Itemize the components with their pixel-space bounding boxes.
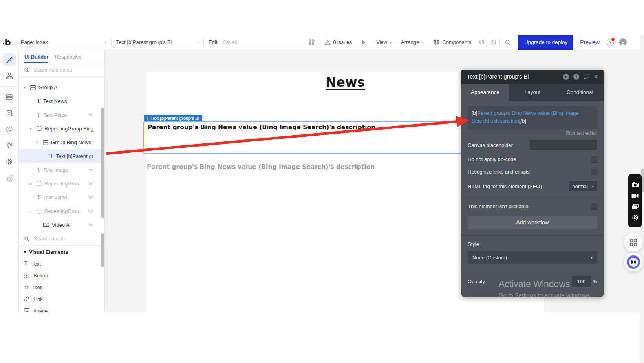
caret-down-icon[interactable]: ▾ bbox=[36, 140, 40, 145]
user-avatar[interactable] bbox=[619, 38, 627, 46]
element-selector-dropdown[interactable]: Text [b]Parent group's Bi ▾ bbox=[112, 35, 203, 50]
chevron-down-icon: ▾ bbox=[421, 40, 423, 44]
ai-assistant-button[interactable] bbox=[624, 253, 643, 271]
tree-scrollbar[interactable] bbox=[101, 108, 104, 218]
search-icon[interactable] bbox=[500, 35, 516, 50]
palette-item-link[interactable]: Link bbox=[19, 293, 104, 305]
property-editor-header[interactable]: Text [b]Parent group's Bi ▶ i ✕ bbox=[461, 70, 604, 84]
property-editor-tabs: Appearance Layout Conditional bbox=[461, 84, 604, 101]
logs-tab-button[interactable] bbox=[3, 171, 16, 184]
tree-item-text-news[interactable]: T Text News bbox=[19, 94, 104, 108]
tab-appearance[interactable]: Appearance bbox=[461, 84, 509, 101]
tab-conditional[interactable]: Conditional bbox=[556, 84, 604, 101]
power-icon[interactable]: ◦ bbox=[630, 176, 631, 179]
search-icon bbox=[24, 236, 29, 242]
hidden-eye-icon bbox=[88, 113, 93, 117]
tree-item-video-a[interactable]: Video A bbox=[19, 218, 104, 232]
plugins-tab-button[interactable] bbox=[3, 139, 16, 152]
styles-tab-button[interactable] bbox=[3, 123, 16, 136]
elements-panel: UI Builder Responsive ▾ Group A T Text N… bbox=[19, 50, 105, 312]
screen-record-button[interactable] bbox=[631, 190, 639, 201]
assets-scrollbar[interactable] bbox=[101, 233, 104, 267]
tree-item-group-bing-news[interactable]: ▾ Group Bing News v... bbox=[19, 136, 104, 149]
capture-settings-gear-icon[interactable] bbox=[632, 212, 639, 223]
tab-responsive[interactable]: Responsive bbox=[55, 54, 81, 60]
workflow-icon bbox=[6, 73, 13, 79]
repeating-group-icon bbox=[37, 209, 42, 214]
text-element-icon: T bbox=[37, 98, 40, 104]
tree-item-repeatinggroup-3[interactable]: ▾ RepeatingGrou... bbox=[19, 204, 104, 218]
data-tab-button[interactable] bbox=[3, 107, 16, 119]
gift-icon[interactable] bbox=[304, 35, 320, 50]
text-element-icon: T bbox=[146, 116, 149, 121]
rich-text-editor-link[interactable]: Rich text editor bbox=[468, 130, 597, 136]
opacity-input[interactable] bbox=[572, 276, 591, 287]
tree-item-group-a[interactable]: ▾ Group A bbox=[19, 81, 104, 94]
tree-item-text-video[interactable]: T Text Video bbox=[19, 191, 104, 204]
not-clickable-checkbox[interactable] bbox=[591, 203, 597, 210]
canvas-placeholder-input[interactable] bbox=[530, 140, 597, 150]
edit-mode-label[interactable]: Edit bbox=[204, 35, 222, 50]
element-tree: ▾ Group A T Text News T Text Place ▾ Rep… bbox=[19, 77, 104, 232]
add-workflow-button[interactable]: Add workflow bbox=[468, 216, 597, 229]
caret-down-icon[interactable]: ▾ bbox=[24, 85, 27, 90]
more-options-icon[interactable]: ⋯ bbox=[637, 176, 640, 179]
hidden-eye-icon bbox=[88, 168, 93, 172]
palette-item-button[interactable]: Button bbox=[19, 270, 104, 281]
pages-tab-button[interactable] bbox=[3, 91, 16, 103]
canvas-placeholder-label: Canvas placeholder bbox=[468, 142, 513, 148]
chevron-down-icon: ▾ bbox=[592, 184, 594, 189]
view-menu[interactable]: View ▾ bbox=[371, 35, 396, 50]
search-elements-input[interactable] bbox=[33, 66, 90, 73]
undo-button[interactable]: ↺ bbox=[476, 38, 488, 46]
cursor-tool-icon[interactable] bbox=[357, 35, 371, 50]
pencil-icon bbox=[6, 57, 13, 63]
top-toolbar: b Page: index ▾ Text [b]Parent group's B… bbox=[0, 35, 644, 50]
visual-elements-section-header[interactable]: ▾ Visual Elements bbox=[19, 246, 104, 258]
tab-layout[interactable]: Layout bbox=[509, 84, 556, 101]
search-assets-row bbox=[19, 232, 104, 246]
text-element-preview[interactable]: Parent group's Bing News value (Bing Ima… bbox=[147, 163, 375, 170]
property-editor-title: Text [b]Parent group's Bi bbox=[467, 73, 563, 80]
arrange-menu[interactable]: Arrange ▾ bbox=[396, 35, 428, 50]
components-button[interactable]: Components bbox=[428, 35, 476, 50]
redo-button[interactable]: ↻ bbox=[488, 38, 499, 46]
screenshot-camera-button[interactable] bbox=[631, 179, 639, 190]
tree-item-text-parent-group[interactable]: T Text [b]Parent gr... bbox=[19, 149, 104, 163]
tree-item-text-image[interactable]: T Text Image bbox=[19, 163, 104, 177]
help-button[interactable]: ? bbox=[607, 39, 614, 46]
bubble-editor-window: b Page: index ▾ Text [b]Parent group's B… bbox=[0, 0, 644, 363]
divider bbox=[0, 86, 19, 87]
bubble-logo: b bbox=[0, 38, 16, 47]
upgrade-to-deploy-button[interactable]: Upgrade to deploy bbox=[518, 35, 573, 50]
style-dropdown[interactable]: None (Custom) ▾ bbox=[468, 251, 597, 264]
issues-indicator[interactable]: 0 issues bbox=[320, 35, 357, 50]
workflow-tab-button[interactable] bbox=[3, 70, 16, 82]
tree-item-repeatinggroup-2[interactable]: ▸ RepeatingGrou... bbox=[19, 177, 104, 191]
rich-text-expression-editor[interactable]: [b]Parent group's Bing News value (Bing … bbox=[468, 106, 597, 129]
caret-right-icon[interactable]: ▸ bbox=[30, 182, 34, 186]
design-tab-button[interactable] bbox=[3, 53, 16, 66]
caret-down-icon[interactable]: ▾ bbox=[30, 126, 34, 131]
html-tag-dropdown[interactable]: normal ▾ bbox=[569, 181, 597, 191]
preview-element-icon[interactable]: ▶ bbox=[563, 74, 569, 80]
extension-apps-button[interactable] bbox=[624, 233, 643, 252]
preview-button[interactable]: Preview bbox=[576, 39, 604, 46]
close-icon[interactable]: ✕ bbox=[594, 74, 598, 80]
tree-item-repeatinggroup-bing[interactable]: ▾ RepeatingGroup Bing ... bbox=[19, 122, 104, 136]
page-selector-dropdown[interactable]: Page: index ▾ bbox=[16, 35, 111, 50]
caret-down-icon[interactable]: ▾ bbox=[30, 209, 34, 213]
palette-item-image[interactable]: Image bbox=[19, 305, 104, 312]
settings-tab-button[interactable] bbox=[3, 155, 16, 168]
window-capture-button[interactable] bbox=[632, 201, 639, 212]
chevron-down-icon: ▾ bbox=[104, 40, 106, 44]
palette-item-icon[interactable]: ☆ Icon bbox=[19, 281, 104, 293]
comment-icon[interactable] bbox=[584, 74, 589, 79]
bb-code-checkbox[interactable] bbox=[591, 156, 597, 163]
info-icon[interactable]: i bbox=[573, 74, 579, 80]
recognize-links-checkbox[interactable] bbox=[591, 169, 597, 175]
search-assets-input[interactable] bbox=[33, 235, 90, 242]
tree-item-text-place[interactable]: T Text Place bbox=[19, 108, 104, 122]
palette-item-text[interactable]: T Text bbox=[19, 258, 104, 270]
tab-ui-builder[interactable]: UI Builder bbox=[24, 50, 48, 63]
